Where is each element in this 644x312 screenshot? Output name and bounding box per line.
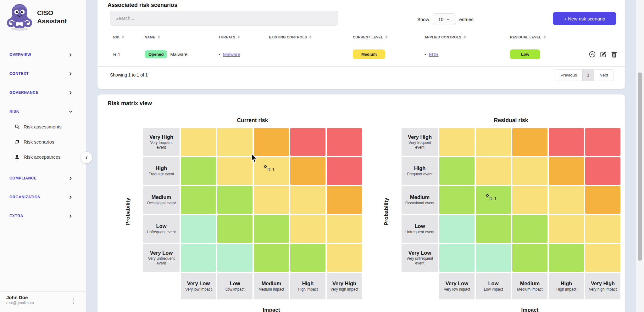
associated-risk-scenarios-panel: Associated risk scenarios Show 10 entrie… [97, 0, 625, 89]
column-header-current-level[interactable]: CURRENT LEVEL [353, 35, 425, 39]
column-header-threats[interactable]: THREATS [219, 35, 269, 39]
matrix-cell [254, 244, 289, 272]
panel-title: Associated risk scenarios [108, 2, 177, 9]
matrix-cell [254, 186, 289, 214]
person-icon [14, 154, 20, 160]
matrix-cell [512, 157, 547, 185]
view-icon[interactable] [589, 51, 596, 58]
cell-actions [589, 51, 629, 58]
sort-icon [122, 35, 124, 39]
applied-control-link[interactable]: EDR [429, 52, 439, 57]
chevron-left-icon [84, 155, 89, 160]
sidebar-section-label: CONTEXT [9, 71, 29, 76]
matrix-cell [476, 128, 511, 156]
matrix-cell [217, 157, 253, 185]
col-label: Low [230, 281, 240, 287]
matrix-cell [512, 186, 547, 214]
row-label: Very Low [408, 250, 431, 256]
sidebar-item-label: Risk scenarios [24, 139, 54, 145]
chevron-right-icon [68, 176, 73, 181]
user-menu-kebab-icon[interactable]: ⋮ [70, 297, 76, 304]
matrix-cell [549, 157, 584, 185]
chevron-down-icon [446, 17, 450, 21]
sidebar-section-risk[interactable]: RISK [0, 104, 86, 119]
pagination-previous[interactable]: Previous [555, 70, 582, 81]
search-icon [14, 124, 20, 129]
edit-icon[interactable] [600, 51, 607, 58]
row-label: Low [156, 223, 167, 230]
search-input[interactable] [110, 11, 338, 26]
row-label: High [156, 165, 167, 172]
sidebar-item-risk-acceptances[interactable]: Risk acceptances [0, 149, 86, 164]
sidebar-collapse-button[interactable] [80, 152, 92, 163]
sidebar-section-label: RISK [9, 109, 19, 114]
row-sublabel: Occasional event [147, 201, 176, 206]
sidebar-section-context[interactable]: CONTEXT [0, 66, 86, 81]
row-sublabel: Very unfrequent event [145, 256, 178, 266]
matrix-cell [439, 157, 475, 185]
matrix-cell [476, 244, 511, 272]
new-risk-scenario-button[interactable]: + New risk scenario [553, 12, 616, 25]
column-header-existing-controls[interactable]: EXISTING CONTROLS [269, 35, 353, 39]
matrix-cell [549, 128, 584, 156]
sidebar-item-risk-assessments[interactable]: Risk assessments [0, 119, 86, 134]
col-sublabel: Low impact [225, 287, 245, 292]
threat-link[interactable]: Malware [223, 52, 240, 57]
matrix-cell [549, 186, 584, 214]
chevron-down-icon [68, 109, 73, 114]
sidebar-item-label: Risk assessments [24, 124, 62, 129]
bullet: • [219, 52, 220, 57]
marker-label: R.1 [267, 167, 275, 172]
matrix-cell [512, 215, 547, 243]
matrix-cell [512, 128, 547, 156]
app-logo[interactable]: CISO Assistant [4, 2, 67, 32]
risk-matrix-panel: Risk matrix view Current riskProbability… [97, 94, 625, 312]
sidebar-section-extra[interactable]: EXTRA [0, 208, 86, 224]
pagination-page-1[interactable]: 1 [582, 70, 594, 81]
matrix-cell [585, 215, 620, 243]
column-label: THREATS [219, 35, 235, 39]
sidebar-section-compliance[interactable]: COMPLIANCE [0, 171, 86, 186]
risk-marker[interactable]: R.1 [486, 194, 497, 201]
row-label: Very High [408, 134, 432, 140]
probability-axis-label: Probability [122, 140, 134, 283]
entries-label: entries [459, 17, 474, 22]
sidebar-section-governance[interactable]: GOVERNANCE [0, 85, 86, 100]
column-header-name[interactable]: NAME [145, 35, 219, 39]
matrix-cell [181, 128, 216, 156]
col-label: Medium [262, 281, 281, 287]
column-label: CURRENT LEVEL [353, 35, 383, 39]
sidebar-section-label: GOVERNANCE [9, 90, 38, 95]
row-sublabel: Occasional event [405, 201, 434, 206]
risk-marker[interactable]: R.1 [264, 165, 275, 172]
pagination-next[interactable]: Next [594, 70, 613, 81]
matrix-cell [327, 157, 362, 185]
page-scrollbar-thumb[interactable] [638, 72, 642, 261]
sidebar-section-label: ORGANIZATION [9, 195, 41, 199]
delete-icon[interactable] [611, 51, 618, 58]
page-scrollbar-track[interactable] [636, 0, 644, 312]
column-header-applied-controls[interactable]: APPLIED CONTROLS [425, 35, 510, 39]
residual-risk-matrix: Residual riskProbabilityVery HighVery fr… [402, 117, 620, 312]
column-header-residual-level[interactable]: RESIDUAL LEVEL [510, 35, 589, 39]
matrix-cell [327, 215, 362, 243]
col-label: Very Low [446, 281, 468, 287]
column-label: EXISTING CONTROLS [269, 35, 307, 39]
octopus-logo-icon [4, 2, 35, 32]
col-sublabel: High impact [556, 287, 576, 292]
matrix-cell [549, 244, 584, 272]
page-size-value: 10 [438, 17, 444, 22]
column-header-rid[interactable]: RID [113, 35, 145, 39]
sidebar-section-organization[interactable]: ORGANIZATION [0, 190, 86, 205]
page-size-select[interactable]: 10 [433, 13, 456, 25]
row-label: Very High [149, 134, 173, 140]
sidebar-section-overview[interactable]: OVERVIEW [0, 47, 86, 62]
chevron-right-icon [68, 71, 73, 77]
sidebar-item-risk-scenarios[interactable]: Risk scenarios [0, 134, 86, 149]
marker-diamond-icon [264, 165, 267, 168]
column-label: RESIDUAL LEVEL [510, 35, 541, 39]
matrix-cell [549, 215, 584, 243]
col-sublabel: Very low impact [185, 287, 212, 292]
pagination: Previous 1 Next [555, 69, 614, 81]
marker-diamond-icon [486, 194, 489, 197]
